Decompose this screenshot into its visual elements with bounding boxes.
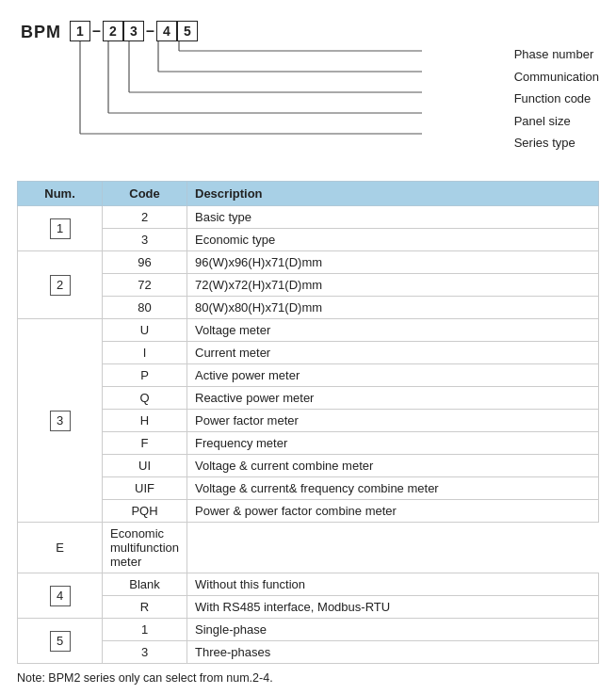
- table-row: RWith RS485 interface, Modbus-RTU: [18, 596, 599, 619]
- desc-cell: Economic type: [187, 229, 599, 251]
- table-row: 3UVoltage meter: [18, 319, 599, 342]
- code-cell: I: [103, 342, 187, 364]
- table-row: 12Basic type: [18, 206, 599, 229]
- diagram: BPM 1 – 2 3 – 4 5 Phase number Communica…: [17, 17, 599, 168]
- code-cell: UI: [103, 455, 187, 477]
- label-comm: Communication: [514, 68, 599, 87]
- desc-cell: 96(W)x96(H)x71(D)mm: [187, 251, 599, 274]
- code-cell: 3: [103, 641, 187, 664]
- desc-cell: Reactive power meter: [187, 387, 599, 410]
- num-box: 5: [50, 631, 71, 652]
- code-cell: 72: [103, 274, 187, 297]
- desc-cell: Three-phases: [187, 641, 599, 664]
- table-row: UIVoltage & current combine meter: [18, 455, 599, 477]
- desc-cell: Single-phase: [187, 619, 599, 641]
- desc-cell: Without this function: [187, 573, 599, 596]
- code-cell: F: [103, 432, 187, 455]
- code-cell: 96: [103, 251, 187, 274]
- table-row: FFrequency meter: [18, 432, 599, 455]
- table-row: PQHPower & power factor combine meter: [18, 500, 599, 523]
- desc-cell: 80(W)x80(H)x71(D)mm: [187, 297, 599, 319]
- code-cell: 2: [103, 206, 187, 229]
- diagram-label-list: Phase number Communication Function code…: [514, 45, 599, 153]
- label-func: Function code: [514, 89, 599, 108]
- code-cell: 1: [103, 619, 187, 641]
- table-row: 51Single-phase: [18, 619, 599, 641]
- code-cell: 3: [103, 229, 187, 251]
- col-header-desc: Description: [187, 182, 599, 206]
- desc-cell: Voltage & current combine meter: [187, 455, 599, 477]
- num-cell: 3: [18, 319, 103, 523]
- desc-cell: Basic type: [187, 206, 599, 229]
- code-cell: P: [103, 364, 187, 387]
- table-row: EEconomic multifunction meter: [18, 523, 599, 573]
- table-row: UIFVoltage & current& frequency combine …: [18, 477, 599, 500]
- code-cell: E: [18, 523, 103, 573]
- code-cell: U: [103, 319, 187, 342]
- code-cell: PQH: [103, 500, 187, 523]
- col-header-code: Code: [103, 182, 187, 206]
- table-row: QReactive power meter: [18, 387, 599, 410]
- desc-cell: Power & power factor combine meter: [187, 500, 599, 523]
- table-row: ICurrent meter: [18, 342, 599, 364]
- num-cell: 4: [18, 573, 103, 619]
- num-cell: 5: [18, 619, 103, 664]
- num-box: 2: [50, 275, 71, 296]
- table-header-row: Num. Code Description: [18, 182, 599, 206]
- desc-cell: Voltage & current& frequency combine met…: [187, 477, 599, 500]
- code-cell: Q: [103, 387, 187, 410]
- table-row: PActive power meter: [18, 364, 599, 387]
- table-row: HPower factor meter: [18, 410, 599, 432]
- desc-cell: Active power meter: [187, 364, 599, 387]
- desc-cell: Frequency meter: [187, 432, 599, 455]
- desc-cell: Economic multifunction meter: [103, 523, 187, 573]
- desc-cell: Power factor meter: [187, 410, 599, 432]
- code-cell: H: [103, 410, 187, 432]
- desc-cell: With RS485 interface, Modbus-RTU: [187, 596, 599, 619]
- label-panel: Panel size: [514, 112, 599, 131]
- table-row: 3Three-phases: [18, 641, 599, 664]
- label-phase: Phase number: [514, 45, 599, 64]
- code-cell: UIF: [103, 477, 187, 500]
- main-table: Num. Code Description 12Basic type3Econo…: [17, 181, 599, 664]
- table-row: 7272(W)x72(H)x71(D)mm: [18, 274, 599, 297]
- diagram-lines: [17, 17, 599, 168]
- desc-cell: Voltage meter: [187, 319, 599, 342]
- desc-cell: 72(W)x72(H)x71(D)mm: [187, 274, 599, 297]
- table-row: 29696(W)x96(H)x71(D)mm: [18, 251, 599, 274]
- num-box: 1: [50, 218, 71, 239]
- num-cell: 1: [18, 206, 103, 251]
- desc-cell: Current meter: [187, 342, 599, 364]
- note-text: Note: BPM2 series only can select from n…: [17, 671, 599, 685]
- table-row: 8080(W)x80(H)x71(D)mm: [18, 297, 599, 319]
- col-header-num: Num.: [18, 182, 103, 206]
- table-row: 3Economic type: [18, 229, 599, 251]
- code-cell: R: [103, 596, 187, 619]
- table-row: 4BlankWithout this function: [18, 573, 599, 596]
- code-cell: 80: [103, 297, 187, 319]
- num-cell: 2: [18, 251, 103, 319]
- num-box: 4: [50, 586, 71, 606]
- label-series: Series type: [514, 134, 599, 153]
- num-box: 3: [50, 411, 71, 431]
- code-cell: Blank: [103, 573, 187, 596]
